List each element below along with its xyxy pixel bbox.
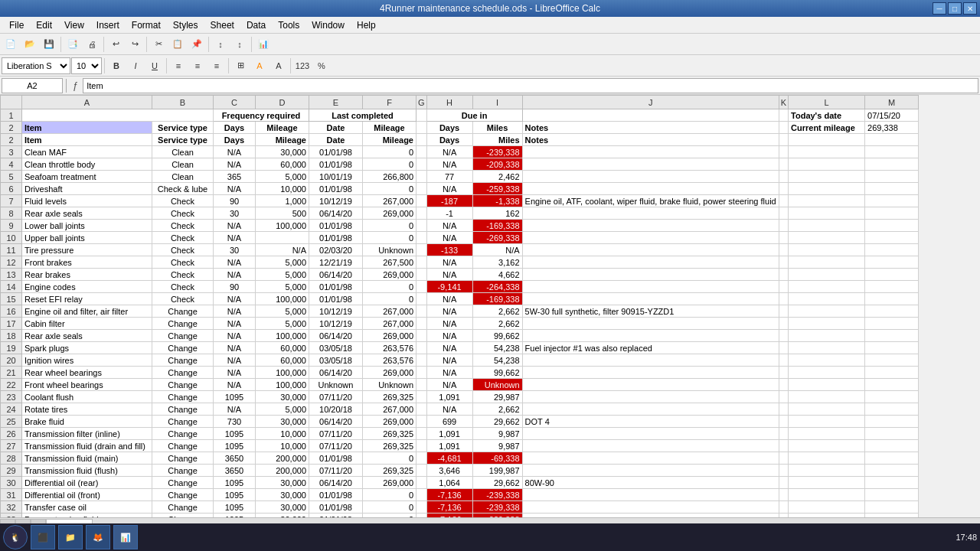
- cell-type[interactable]: Change: [152, 428, 214, 440]
- cell-due-miles[interactable]: -239,338: [472, 146, 522, 158]
- cell-last-mile[interactable]: 0: [363, 232, 416, 244]
- cell-date[interactable]: 01/01/98: [309, 514, 363, 518]
- cell-last-mile[interactable]: 0: [363, 220, 416, 232]
- col-h-header[interactable]: H: [426, 96, 472, 109]
- cell-type[interactable]: Change: [152, 452, 214, 465]
- cell-mileage[interactable]: 30,000: [256, 416, 309, 428]
- new-button[interactable]: 📄: [2, 35, 20, 54]
- cell-note[interactable]: [522, 318, 779, 330]
- cell-due-miles[interactable]: 99,662: [472, 367, 522, 379]
- cell-date[interactable]: 03/05/18: [309, 342, 363, 354]
- notes-header[interactable]: Notes: [522, 122, 779, 134]
- sort-desc-button[interactable]: ↕: [230, 35, 249, 54]
- cell-mileage[interactable]: 60,000: [256, 354, 309, 367]
- cell-note[interactable]: [522, 183, 779, 195]
- last-header[interactable]: Last completed: [309, 109, 416, 122]
- cell-last-mile[interactable]: 267,000: [363, 305, 416, 318]
- cell-item[interactable]: Transmission fluid (drain and fill): [22, 440, 152, 452]
- cell-last-mile[interactable]: 269,325: [363, 440, 416, 452]
- cell-mileage[interactable]: 30,000: [256, 146, 309, 158]
- cell-date[interactable]: Unknown: [309, 379, 363, 391]
- cell-last-mile[interactable]: 0: [363, 158, 416, 171]
- cell-due-days[interactable]: 1,091: [426, 440, 472, 452]
- cut-button[interactable]: ✂: [149, 35, 168, 54]
- cell-mileage[interactable]: 30,000: [256, 477, 309, 489]
- cell-note[interactable]: [522, 440, 779, 452]
- cell-mileage[interactable]: 1,000: [256, 195, 309, 207]
- cell-date[interactable]: 10/12/19: [309, 318, 363, 330]
- cell-last-mile[interactable]: 0: [363, 293, 416, 305]
- cell-days[interactable]: N/A: [214, 232, 256, 244]
- cell-due-miles[interactable]: 2,662: [472, 318, 522, 330]
- cell-due-days[interactable]: N/A: [426, 269, 472, 281]
- cell-type[interactable]: Check: [152, 207, 214, 220]
- cell-due-miles[interactable]: Miles: [472, 134, 522, 146]
- cell-due-miles[interactable]: 54,238: [472, 342, 522, 354]
- cell-mileage[interactable]: 5,000: [256, 281, 309, 293]
- cell-item[interactable]: Rear axle seals: [22, 207, 152, 220]
- cell-note[interactable]: [522, 256, 779, 269]
- cell-note[interactable]: [522, 220, 779, 232]
- cell-item[interactable]: Front brakes: [22, 256, 152, 269]
- cell[interactable]: [522, 109, 779, 122]
- cell-due-days[interactable]: N/A: [426, 305, 472, 318]
- cell-due-days[interactable]: N/A: [426, 232, 472, 244]
- cell-item[interactable]: Spark plugs: [22, 342, 152, 354]
- cell-note[interactable]: [522, 330, 779, 342]
- col-f-header[interactable]: F: [363, 96, 416, 109]
- cell-days[interactable]: 3650: [214, 465, 256, 477]
- open-button[interactable]: 📂: [21, 35, 39, 54]
- cell-last-mile[interactable]: 267,000: [363, 195, 416, 207]
- cell-note[interactable]: [522, 269, 779, 281]
- cell-due-miles[interactable]: -239,338: [472, 489, 522, 501]
- cell-date[interactable]: 10/12/19: [309, 305, 363, 318]
- cell-type[interactable]: Change: [152, 440, 214, 452]
- menu-insert[interactable]: Insert: [90, 18, 126, 32]
- cell-item[interactable]: Driveshaft: [22, 183, 152, 195]
- cell-item[interactable]: Reset EFI relay: [22, 293, 152, 305]
- cell-due-days[interactable]: 1,091: [426, 391, 472, 403]
- cell-due-miles[interactable]: -69,338: [472, 452, 522, 465]
- cell-days[interactable]: 1095: [214, 501, 256, 514]
- cell-due-miles[interactable]: 99,662: [472, 330, 522, 342]
- format-number-button[interactable]: 123: [293, 57, 312, 75]
- cell-item[interactable]: Item: [22, 134, 152, 146]
- cell-due-days[interactable]: 3,646: [426, 465, 472, 477]
- cell-note[interactable]: [522, 452, 779, 465]
- col-b-header[interactable]: B: [152, 96, 214, 109]
- font-size-select[interactable]: 10: [71, 57, 102, 74]
- cell-item[interactable]: Differential oil (rear): [22, 477, 152, 489]
- cell-type[interactable]: Change: [152, 305, 214, 318]
- window-controls[interactable]: ─ □ ✕: [933, 2, 977, 15]
- cell-days[interactable]: 90: [214, 281, 256, 293]
- cell-days[interactable]: N/A: [214, 342, 256, 354]
- cell-last-mile[interactable]: 0: [363, 514, 416, 518]
- cell-date[interactable]: 01/01/98: [309, 146, 363, 158]
- cell-due-days[interactable]: N/A: [426, 146, 472, 158]
- cell-note[interactable]: [522, 391, 779, 403]
- minimize-button[interactable]: ─: [933, 2, 946, 15]
- cell-type[interactable]: Change: [152, 318, 214, 330]
- cell-days[interactable]: 365: [214, 171, 256, 183]
- cell-item[interactable]: Upper ball joints: [22, 232, 152, 244]
- cell-last-mile[interactable]: 269,000: [363, 416, 416, 428]
- menu-sheet[interactable]: Sheet: [204, 18, 240, 32]
- col-d-header[interactable]: D: [256, 96, 309, 109]
- cell-days[interactable]: 1095: [214, 440, 256, 452]
- cell-days[interactable]: 1095: [214, 477, 256, 489]
- cell-note[interactable]: [522, 207, 779, 220]
- cell-due-days[interactable]: -1: [426, 207, 472, 220]
- cell-note[interactable]: DOT 4: [522, 416, 779, 428]
- menu-tools[interactable]: Tools: [272, 18, 305, 32]
- italic-button[interactable]: I: [126, 57, 145, 75]
- cell-type[interactable]: Change: [152, 514, 214, 518]
- cell-type[interactable]: Check: [152, 195, 214, 207]
- cell-note[interactable]: [522, 367, 779, 379]
- cell-note[interactable]: 5W-30 full synthetic, filter 90915-YZZD1: [522, 305, 779, 318]
- cell-due-days[interactable]: 77: [426, 171, 472, 183]
- cell-days[interactable]: 730: [214, 416, 256, 428]
- cell-last-mile[interactable]: 0: [363, 281, 416, 293]
- cell-type[interactable]: Change: [152, 354, 214, 367]
- cell-due-miles[interactable]: -169,338: [472, 220, 522, 232]
- mileage-header[interactable]: Mileage: [256, 122, 309, 134]
